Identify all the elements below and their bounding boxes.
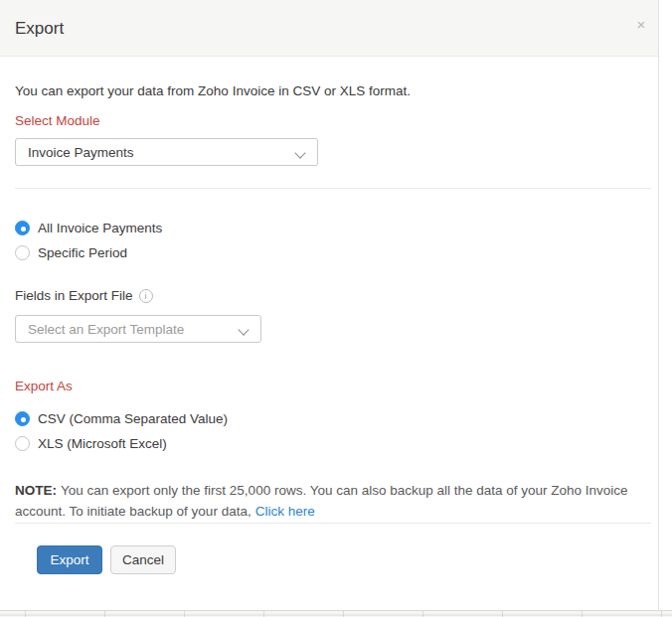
radio-specific-period[interactable]: Specific Period [15,245,127,260]
note-paragraph: NOTE:You can export only the first 25,00… [15,480,651,522]
export-as-label: Export As [15,379,73,393]
radio-label: XLS (Microsoft Excel) [38,436,167,451]
export-dialog-screen: Export × You can export your data from Z… [0,0,672,617]
export-dialog: Export × You can export your data from Z… [0,0,659,610]
radio-unselected-icon[interactable] [15,245,30,260]
fields-in-export-label-text: Fields in Export File [15,288,133,303]
radio-csv[interactable]: CSV (Comma Separated Value) [15,411,228,426]
export-template-placeholder: Select an Export Template [28,322,240,337]
background-page-strip [0,610,672,617]
note-text: You can export only the first 25,000 row… [15,483,628,519]
radio-selected-icon[interactable] [15,221,30,235]
page-title: Export [15,19,64,39]
module-select-value: Invoice Payments [28,145,296,160]
divider [15,523,651,524]
chevron-down-icon [240,323,249,332]
radio-label: All Invoice Payments [38,221,162,235]
select-module-label: Select Module [15,113,100,128]
module-select[interactable]: Invoice Payments [15,138,318,166]
radio-xls[interactable]: XLS (Microsoft Excel) [15,436,167,451]
dialog-header: Export × [0,0,658,57]
divider [15,188,651,189]
radio-unselected-icon[interactable] [15,436,30,451]
info-icon[interactable]: i [139,289,153,303]
radio-label: Specific Period [38,245,127,260]
radio-selected-icon[interactable] [15,411,30,426]
export-button[interactable]: Export [37,545,102,574]
page-right-gutter [659,0,672,610]
export-template-select[interactable]: Select an Export Template [15,315,261,343]
fields-in-export-label: Fields in Export File i [15,288,153,303]
click-here-link[interactable]: Click here [255,504,315,519]
radio-label: CSV (Comma Separated Value) [38,411,228,426]
note-label: NOTE: [15,483,57,498]
chevron-down-icon [296,146,305,155]
close-icon[interactable]: × [632,16,650,34]
radio-all-invoice-payments[interactable]: All Invoice Payments [15,221,162,235]
intro-text: You can export your data from Zoho Invoi… [15,83,411,98]
cancel-button[interactable]: Cancel [110,545,176,574]
